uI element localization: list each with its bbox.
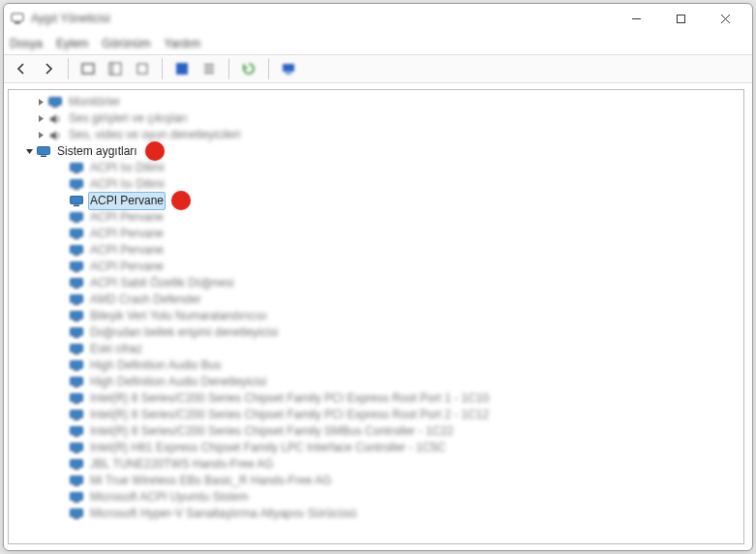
chevron-right-icon[interactable] (34, 114, 47, 123)
monitor-icon (69, 457, 84, 473)
tree-label: ACPI Pervane (88, 192, 166, 210)
svg-rect-35 (74, 287, 79, 289)
svg-rect-38 (71, 311, 83, 319)
toolbar-btn-4[interactable] (170, 57, 194, 80)
annotation-callout (145, 141, 165, 161)
svg-rect-63 (74, 517, 79, 519)
svg-rect-61 (74, 501, 79, 503)
tree-category[interactable]: Ses, video ve oyun denetleyicileri (9, 127, 743, 143)
chevron-right-icon[interactable] (34, 98, 47, 107)
tree-item[interactable]: Intel(R) 8 Series/C200 Series Chipset Fa… (9, 390, 743, 407)
nav-forward-button[interactable] (37, 57, 60, 80)
monitor-icon (47, 95, 63, 110)
tree-label: Intel(R) 8 Series/C200 Series Chipset Fa… (88, 407, 491, 423)
svg-rect-27 (74, 221, 79, 223)
svg-rect-49 (74, 402, 79, 404)
tree-item[interactable]: Mi True Wireless EBs Basic_R Hands-Free … (9, 473, 743, 489)
tree-label: Ses girişleri ve çıkışları (67, 110, 190, 127)
tree-item[interactable]: ACPI Isı Dilimi (9, 160, 743, 176)
titlebar: Aygıt Yöneticisi (4, 4, 752, 33)
window-buttons (615, 5, 746, 32)
svg-rect-30 (71, 245, 83, 253)
monitor-icon (69, 391, 84, 407)
toolbar-separator (68, 58, 69, 79)
maximize-button[interactable] (659, 5, 702, 32)
toolbar-btn-6[interactable] (237, 57, 260, 80)
tree-item[interactable]: AMD Crash Defender (9, 292, 743, 308)
toolbar (4, 54, 752, 83)
tree-item[interactable]: ACPI Pervane (9, 259, 743, 275)
tree-label: ACPI Isı Dilimi (88, 176, 166, 193)
tree-item-selected[interactable]: ACPI Pervane (9, 193, 743, 209)
minimize-button[interactable] (615, 5, 657, 32)
svg-rect-36 (71, 294, 83, 302)
tree-item[interactable]: Microsoft ACPI Uyumlu Sistem (9, 489, 743, 506)
tree-category[interactable]: Monitörler (9, 94, 743, 110)
tree-item[interactable]: ACPI Isı Dilimi (9, 176, 743, 193)
tree-label: Intel(R) 8 Series/C200 Series Chipset Fa… (88, 423, 455, 440)
toolbar-btn-1[interactable] (76, 57, 100, 80)
monitor-icon (69, 441, 84, 456)
tree-item[interactable]: Microsoft Hyper-V Sanallaştırma Altyapıs… (9, 506, 743, 522)
svg-rect-60 (71, 492, 83, 500)
svg-rect-25 (74, 204, 79, 206)
svg-rect-31 (74, 254, 79, 256)
tree-label: Bileşik Veri Yolu Numaralandırıcısı (88, 308, 269, 324)
tree-item[interactable]: Intel(R) 8 Series/C200 Series Chipset Fa… (9, 423, 743, 440)
tree-label: High Definition Audio Denetleyicisi (88, 374, 268, 390)
toolbar-btn-5[interactable] (197, 57, 221, 80)
svg-rect-37 (74, 303, 79, 305)
monitor-icon (69, 227, 84, 242)
tree-item[interactable]: ACPI Pervane (9, 226, 743, 242)
monitor-icon (69, 260, 84, 275)
tree-label: ACPI Sabit Özellik Düğmesi (88, 275, 236, 292)
tree-category-active[interactable]: Sistem aygıtları (9, 143, 743, 160)
tree-label: AMD Crash Defender (88, 292, 203, 308)
annotation-callout (171, 191, 191, 210)
tree-label: Intel(R) 8 Series/C200 Series Chipset Fa… (88, 390, 491, 407)
window-title: Aygıt Yöneticisi (31, 12, 110, 25)
svg-rect-62 (71, 508, 83, 516)
svg-rect-50 (71, 410, 83, 417)
monitor-icon (69, 490, 84, 506)
tree-label: JBL TUNE220TWS Hands-Free AG (88, 456, 275, 473)
audio-icon (47, 128, 63, 143)
svg-rect-55 (74, 451, 79, 453)
chevron-down-icon[interactable] (22, 147, 36, 156)
svg-rect-14 (283, 64, 294, 72)
tree-item[interactable]: Eski cihaz (9, 341, 743, 357)
tree-label: ACPI Pervane (88, 226, 166, 242)
tree-item[interactable]: High Definition Audio Bus (9, 357, 743, 374)
tree-category[interactable]: Ses girişleri ve çıkışları (9, 110, 743, 127)
monitor-icon (36, 144, 51, 160)
tree-item[interactable]: Intel(R) 8 Series/C200 Series Chipset Fa… (9, 407, 743, 423)
close-button[interactable] (704, 5, 746, 32)
toolbar-btn-2[interactable] (104, 57, 127, 80)
tree-item[interactable]: Doğrudan bellek erişimi denetleyicisi (9, 324, 743, 341)
svg-rect-34 (71, 278, 83, 286)
svg-rect-17 (52, 106, 58, 108)
tree-item[interactable]: ACPI Sabit Özellik Düğmesi (9, 275, 743, 292)
toolbar-btn-3[interactable] (131, 57, 154, 80)
toolbar-btn-7[interactable] (277, 57, 300, 80)
menu-action[interactable]: Eylem (56, 37, 88, 50)
tree-label: Mi True Wireless EBs Basic_R Hands-Free … (88, 473, 333, 489)
tree-label: ACPI Pervane (88, 209, 166, 226)
menu-help[interactable]: Yardım (164, 37, 200, 50)
toolbar-separator (228, 58, 229, 79)
tree-item[interactable]: Intel(R) H81 Express Chipset Family LPC … (9, 440, 743, 456)
svg-rect-26 (71, 212, 83, 220)
monitor-icon (69, 309, 84, 324)
tree-item[interactable]: ACPI Pervane (9, 242, 743, 259)
nav-back-button[interactable] (10, 57, 33, 80)
menu-file[interactable]: Dosya (10, 37, 43, 50)
tree-item[interactable]: JBL TUNE220TWS Hands-Free AG (9, 456, 743, 473)
tree-item[interactable]: Bileşik Veri Yolu Numaralandırıcısı (9, 308, 743, 324)
tree-panel[interactable]: MonitörlerSes girişleri ve çıkışlarıSes,… (8, 89, 744, 544)
tree-label: Microsoft Hyper-V Sanallaştırma Altyapıs… (88, 506, 358, 522)
tree-item[interactable]: ACPI Pervane (9, 209, 743, 226)
chevron-right-icon[interactable] (34, 131, 47, 139)
tree-item[interactable]: High Definition Audio Denetleyicisi (9, 374, 743, 390)
svg-rect-44 (71, 360, 83, 368)
menu-view[interactable]: Görünüm (102, 37, 150, 50)
